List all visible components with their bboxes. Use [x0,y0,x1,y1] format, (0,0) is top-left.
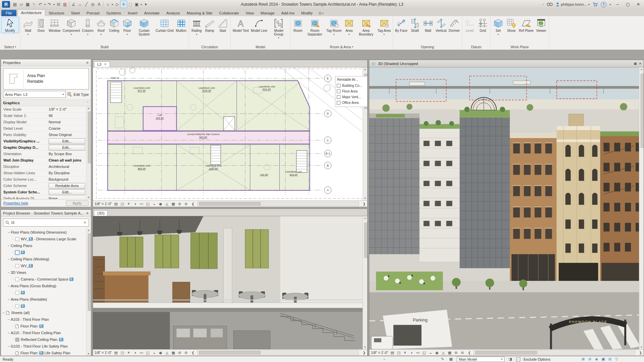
ribbon-display-toggle[interactable]: ⊡▾ [316,10,326,16]
select-underlay-icon[interactable]: ⊘ [587,357,592,361]
design-options-icon[interactable]: ◨ [508,357,513,361]
legend-item[interactable]: Office Area [337,100,366,106]
reveal-hidden-icon[interactable]: ◉ [158,201,163,206]
reveal-hidden-icon[interactable]: ◉ [435,350,439,355]
thin-lines-icon[interactable]: ≡ [120,1,127,8]
grid-button[interactable]: Grid [476,17,489,33]
tab-close-icon[interactable]: ✕ [104,63,107,66]
scroll-left-icon[interactable]: ❮ [192,202,194,206]
visual-style-icon[interactable]: ◳ [396,350,401,355]
undo-icon[interactable]: ↶ [37,1,44,8]
help-icon[interactable]: ? [601,2,606,7]
floor-button[interactable]: Floor▾ [121,17,134,36]
properties-header[interactable]: Properties ✕ [1,59,91,66]
scroll-up-icon[interactable]: ▲ [87,106,91,110]
temporary-view-icon[interactable]: ▦ [447,350,452,355]
scroll-down-icon[interactable]: ▼ [363,196,367,200]
view-restore-icon[interactable]: ▣ [634,62,637,65]
curtain-grid-button[interactable]: Curtain Grid [155,17,175,33]
legend-item[interactable]: Major Verti... [337,94,366,100]
worksharing-icon[interactable]: ⊚ [454,350,458,355]
panel-label-circulation[interactable]: Circulation [190,44,229,50]
tag-area-button[interactable]: Tag Area▾ [376,17,391,36]
graphics-section-header[interactable]: Graphics ⌃ [1,100,91,106]
tab-insert[interactable]: Insert [124,10,141,16]
window-button[interactable]: Window [48,17,62,33]
default-3d-view-icon-caret[interactable]: ▾ [111,1,114,8]
tab-architecture[interactable]: Architecture [17,9,45,16]
sun-path-icon[interactable]: ☀ [126,201,131,206]
panel-label-room-area[interactable]: Room & Area▾ [291,44,392,50]
panel-label-opening[interactable]: Opening [394,44,461,50]
redo-icon-caret[interactable]: ▾ [53,1,55,8]
tree-item-area-plans-rentable[interactable]: −Area Plans (Rentable) [1,296,87,303]
scroll-down-icon[interactable]: ▼ [87,352,91,356]
drag-on-selection-icon[interactable]: ⊟ [607,357,612,361]
property-value[interactable]: Background [47,177,87,181]
instance-selector[interactable]: Area Plan: L3 ▾ [3,91,66,98]
tree-item-floor-plans-working-dimensions[interactable]: −Floor Plans (Working Dimensions) [1,229,87,236]
tree-item-l3[interactable]: ····L3 [1,249,87,256]
roof-button[interactable]: Roof▾ [95,17,108,36]
open-folder-icon[interactable]: ▱ [18,1,24,8]
scroll-thumb[interactable] [199,351,261,354]
property-value[interactable]: Show Original [47,133,87,137]
collapse-icon[interactable]: − [7,331,11,335]
analysis-icon[interactable]: ◬ [165,350,169,355]
cart-icon[interactable] [593,2,598,7]
tag-room-button[interactable]: Tag Room▾ [325,17,343,36]
temporary-hide-icon[interactable]: ◒ [428,350,433,355]
scroll-thumb[interactable] [199,202,261,205]
constraints-icon[interactable]: ⊘ [184,350,188,355]
property-value[interactable]: 96 [47,114,87,118]
model-text-button[interactable]: AModel Text [232,17,250,33]
text-icon[interactable]: A [96,1,102,8]
editable-only-icon[interactable]: ✎ [440,357,445,361]
tree-item-3d-views[interactable]: −3D Views [1,269,87,276]
ramp-button[interactable]: Ramp [203,17,216,33]
horizontal-scrollbar[interactable] [197,201,359,206]
constraints-icon[interactable]: ⊘ [460,350,465,355]
tree-item-area-plans-gross-building[interactable]: −Area Plans (Gross Building) [1,283,87,289]
legend-item[interactable]: Building Co... [337,83,366,88]
tab-modify[interactable]: Modify [298,10,316,16]
tab-manage[interactable]: Manage [257,10,278,16]
tree-item-floor-plan-l3-life-safety-plan[interactable]: ····Floor Plan: L3 Life Safety Plan [1,350,87,356]
show-crop-icon[interactable]: ◱ [146,201,150,206]
visual-style-icon[interactable]: ◳ [120,201,124,206]
shadows-icon[interactable]: ◑ [409,350,414,355]
mullion-button[interactable]: Mullion [175,17,188,33]
property-value[interactable]: None [47,196,87,199]
legend-item[interactable]: Floor Area [337,88,366,94]
temporary-hide-icon[interactable]: ◒ [152,350,156,355]
tab-view[interactable]: View [242,10,257,16]
maximize-button[interactable]: ▢ [624,2,632,7]
tab-annotate[interactable]: Annotate [141,10,163,16]
worksharing-icon[interactable]: ⊚ [177,201,182,206]
interior-vertical-scrollbar[interactable]: ▲ ▼ [363,216,367,349]
help-caret-icon[interactable]: ▾ [609,3,611,6]
legend-checkbox[interactable] [337,101,340,105]
tab-precast[interactable]: Precast [83,10,103,16]
tree-item-l3[interactable]: ····L3 [1,289,87,296]
detail-level-icon[interactable]: ▤ [390,350,394,355]
select-by-face-icon[interactable]: ▣ [601,357,606,361]
collapse-icon[interactable]: − [7,284,11,288]
panel-label-datum[interactable]: Datum [463,44,489,50]
scroll-up-icon[interactable]: ▲ [363,67,367,71]
property-value[interactable]: Coarse [47,126,87,130]
wall-button[interactable]: Wall▾ [21,17,35,36]
viewer-button[interactable]: Viewer [535,17,548,33]
component-button[interactable]: Component▾ [62,17,81,36]
visual-style-icon[interactable]: ◳ [120,350,124,355]
project-browser-header[interactable]: Project Browser - Snowdon Towers Sample … [1,210,91,217]
view-scale[interactable]: 1/8" = 1'-0" [371,351,388,355]
section-collapse-icon[interactable]: ⌃ [86,101,89,105]
ref-plane-button[interactable]: Ref Plane [518,17,535,33]
crop-view-icon[interactable]: ▭ [139,201,144,206]
visibility-graphics-edit-button[interactable]: Edit... [49,138,85,144]
apply-button[interactable]: Apply [66,200,89,206]
property-value[interactable]: Clean all wall joins [47,158,87,162]
close-hidden-icon[interactable]: ▢ [127,1,133,8]
panel-label-model[interactable]: Model [232,44,289,50]
